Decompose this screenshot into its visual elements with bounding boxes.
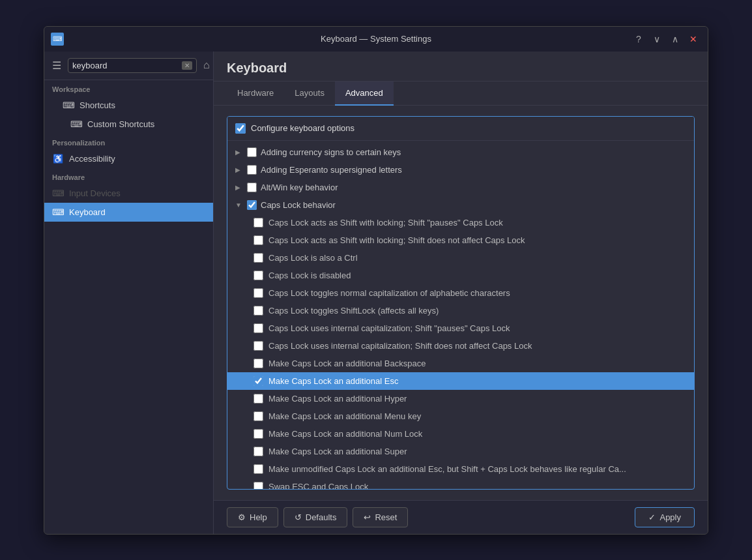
cl5-checkbox[interactable]	[253, 288, 263, 298]
capslock-checkbox[interactable]	[247, 200, 257, 210]
sidebar-toolbar: ☰ ✕ ⌂	[44, 52, 213, 80]
cl9-checkbox[interactable]	[253, 359, 263, 368]
cl1-label: Caps Lock acts as Shift with locking; Sh…	[268, 218, 503, 228]
apply-button[interactable]: ✓ Apply	[635, 507, 695, 527]
option-cl12[interactable]: Make Caps Lock an additional Menu key	[227, 407, 694, 425]
sidebar-item-input-devices-label: Input Devices	[69, 188, 121, 198]
cl16-checkbox[interactable]	[253, 482, 263, 489]
cl8-checkbox[interactable]	[253, 341, 263, 351]
search-input[interactable]	[72, 61, 182, 70]
cl7-checkbox[interactable]	[253, 323, 263, 333]
window-title: Keyboard — System Settings	[321, 34, 431, 44]
group-esperanto[interactable]: ▶ Adding Esperanto supersigned letters	[227, 161, 694, 179]
option-cl7[interactable]: Caps Lock uses internal capitalization; …	[227, 319, 694, 337]
keyboard-icon: ⌨	[52, 207, 64, 216]
esperanto-checkbox[interactable]	[247, 165, 257, 175]
option-cl5[interactable]: Caps Lock toggles normal capitalization …	[227, 284, 694, 302]
option-cl4[interactable]: Caps Lock is disabled	[227, 267, 694, 284]
group-altwin[interactable]: ▶ Alt/Win key behavior	[227, 179, 694, 196]
cl2-label: Caps Lock acts as Shift with locking; Sh…	[268, 235, 525, 245]
titlebar: ⌨ Keyboard — System Settings ? ∨ ∧ ✕	[44, 27, 708, 52]
option-cl10[interactable]: Make Caps Lock an additional Esc	[227, 372, 694, 390]
cl2-checkbox[interactable]	[253, 235, 263, 245]
option-cl8[interactable]: Caps Lock uses internal capitalization; …	[227, 337, 694, 355]
workspace-section-label: Workspace	[44, 80, 213, 96]
page-title: Keyboard	[214, 52, 708, 81]
sidebar-item-keyboard[interactable]: ⌨ Keyboard	[44, 203, 213, 222]
tab-layouts[interactable]: Layouts	[284, 81, 335, 106]
reset-icon: ↩	[364, 512, 371, 522]
cl12-label: Make Caps Lock an additional Menu key	[268, 411, 421, 421]
option-cl3[interactable]: Caps Lock is also a Ctrl	[227, 249, 694, 267]
hamburger-button[interactable]: ☰	[50, 57, 64, 74]
custom-shortcuts-icon: ⌨	[70, 119, 82, 128]
config-box: Configure keyboard options ▶ Adding curr…	[227, 116, 695, 490]
help-icon: ⚙	[238, 512, 246, 522]
cl4-checkbox[interactable]	[253, 271, 263, 280]
cl5-label: Caps Lock toggles normal capitalization …	[268, 288, 510, 298]
minimize-up-button[interactable]: ∧	[667, 31, 683, 47]
cl10-label: Make Caps Lock an additional Esc	[268, 376, 398, 386]
sidebar-item-shortcuts[interactable]: ⌨ Shortcuts	[44, 96, 213, 115]
config-header: Configure keyboard options	[227, 117, 694, 141]
help-button[interactable]: ⚙ Help	[227, 507, 278, 527]
cl13-checkbox[interactable]	[253, 429, 263, 439]
option-cl11[interactable]: Make Caps Lock an additional Hyper	[227, 390, 694, 407]
hardware-section-label: Hardware	[44, 168, 213, 184]
configure-checkbox[interactable]	[235, 123, 246, 134]
defaults-button[interactable]: ↺ Defaults	[283, 507, 348, 527]
option-cl1[interactable]: Caps Lock acts as Shift with locking; Sh…	[227, 214, 694, 231]
option-cl16[interactable]: Swap ESC and Caps Lock	[227, 478, 694, 489]
sidebar: ☰ ✕ ⌂ Workspace ⌨ Shortcuts ⌨ Custom Sho…	[44, 52, 214, 534]
app-icon: ⌨	[51, 33, 64, 46]
tab-advanced[interactable]: Advanced	[335, 81, 394, 106]
option-cl6[interactable]: Caps Lock toggles ShiftLock (affects all…	[227, 302, 694, 319]
sidebar-item-custom-shortcuts[interactable]: ⌨ Custom Shortcuts	[44, 115, 213, 134]
altwin-label: Alt/Win key behavior	[261, 183, 338, 192]
group-currency[interactable]: ▶ Adding currency signs to certain keys	[227, 143, 694, 161]
cl4-label: Caps Lock is disabled	[268, 271, 351, 280]
accessibility-icon: ♿	[52, 154, 64, 163]
cl11-checkbox[interactable]	[253, 394, 263, 404]
tab-hardware[interactable]: Hardware	[227, 81, 284, 106]
cl3-checkbox[interactable]	[253, 253, 263, 263]
cl3-label: Caps Lock is also a Ctrl	[268, 253, 358, 263]
option-cl15[interactable]: Make unmodified Caps Lock an additional …	[227, 460, 694, 478]
sidebar-item-accessibility[interactable]: ♿ Accessibility	[44, 149, 213, 168]
currency-checkbox[interactable]	[247, 147, 257, 157]
help-label: Help	[250, 512, 267, 522]
altwin-toggle-icon: ▶	[235, 184, 243, 191]
help-button[interactable]: ?	[631, 31, 646, 47]
option-cl9[interactable]: Make Caps Lock an additional Backspace	[227, 355, 694, 372]
cl6-checkbox[interactable]	[253, 306, 263, 316]
minimize-down-button[interactable]: ∨	[649, 31, 665, 47]
sidebar-item-shortcuts-label: Shortcuts	[80, 100, 115, 110]
sidebar-item-input-devices: ⌨ Input Devices	[44, 184, 213, 203]
option-cl13[interactable]: Make Caps Lock an additional Num Lock	[227, 425, 694, 443]
defaults-icon: ↺	[295, 512, 302, 522]
group-capslock[interactable]: ▼ Caps Lock behavior	[227, 196, 694, 214]
cl10-checkbox[interactable]	[253, 376, 263, 386]
currency-label: Adding currency signs to certain keys	[261, 147, 401, 157]
cl13-label: Make Caps Lock an additional Num Lock	[268, 429, 422, 439]
capslock-toggle-icon: ▼	[235, 201, 243, 209]
input-devices-icon: ⌨	[52, 188, 64, 198]
option-cl14[interactable]: Make Caps Lock an additional Super	[227, 443, 694, 460]
home-button[interactable]: ⌂	[201, 57, 212, 74]
content-area: Keyboard Hardware Layouts Advanced Confi…	[214, 52, 708, 534]
titlebar-controls: ? ∨ ∧ ✕	[631, 31, 701, 47]
cl14-checkbox[interactable]	[253, 447, 263, 456]
search-clear-button[interactable]: ✕	[182, 61, 192, 70]
reset-button[interactable]: ↩ Reset	[353, 507, 408, 527]
currency-toggle-icon: ▶	[235, 149, 243, 156]
altwin-checkbox[interactable]	[247, 183, 257, 192]
close-button[interactable]: ✕	[686, 31, 701, 47]
cl8-label: Caps Lock uses internal capitalization; …	[268, 341, 532, 351]
apply-icon: ✓	[648, 512, 656, 522]
footer: ⚙ Help ↺ Defaults ↩ Reset ✓ Apply	[214, 500, 708, 534]
cl12-checkbox[interactable]	[253, 411, 263, 421]
cl15-checkbox[interactable]	[253, 464, 263, 474]
capslock-label: Caps Lock behavior	[261, 200, 336, 210]
cl1-checkbox[interactable]	[253, 218, 263, 228]
option-cl2[interactable]: Caps Lock acts as Shift with locking; Sh…	[227, 231, 694, 249]
